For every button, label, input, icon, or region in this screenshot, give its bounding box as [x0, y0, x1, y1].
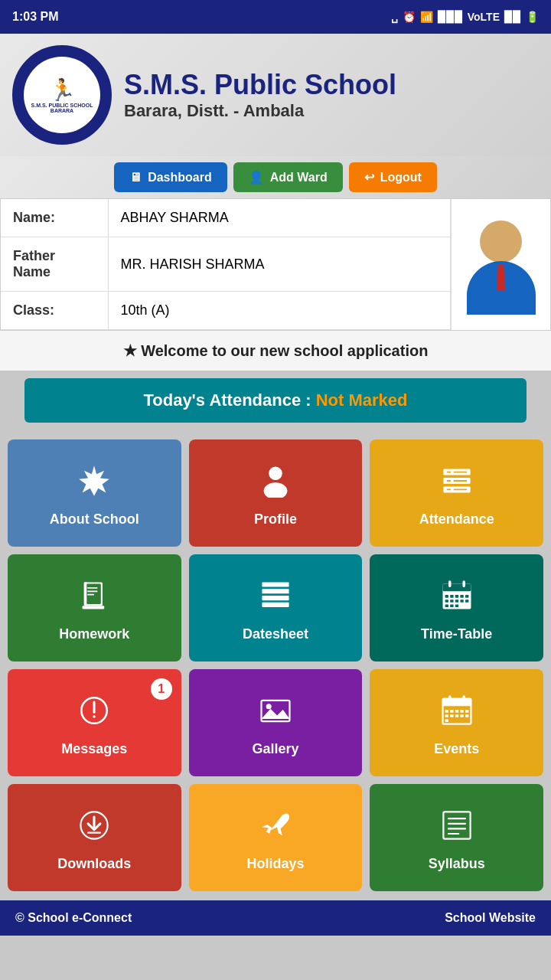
profile-father-row: Father Name MR. HARISH SHARMA — [1, 237, 451, 292]
list-icon — [440, 464, 474, 505]
svg-rect-59 — [460, 714, 463, 717]
profile-name-row: Name: ABHAY SHARMA — [1, 199, 451, 237]
starburst-icon — [77, 464, 111, 505]
attendance-banner: Today's Attendance : Not Marked — [24, 378, 527, 423]
logout-icon: ↩ — [364, 170, 374, 185]
svg-rect-18 — [83, 606, 105, 609]
logout-button[interactable]: ↩ Logout — [349, 162, 437, 192]
footer-website[interactable]: School Website — [445, 911, 536, 925]
svg-rect-15 — [88, 587, 98, 589]
welcome-text: ★ Welcome to our new school application — [123, 342, 429, 359]
svg-rect-31 — [465, 595, 468, 598]
alarm-icon: ⏰ — [403, 11, 416, 23]
status-bar: 1:03 PM ␣ ⏰ 📶 ▉▉▉ VoLTE ▉▉ 🔋 — [0, 0, 551, 34]
svg-rect-7 — [453, 471, 467, 472]
attendance-text: Today's Attendance : Not Marked — [143, 390, 407, 410]
menu-item-holidays[interactable]: Holidays — [189, 784, 363, 891]
logo-text1: S.M.S. PUBLIC SCHOOL — [31, 103, 93, 108]
syllabus-label: Syllabus — [429, 856, 485, 872]
profile-class-row: Class: 10th (A) — [1, 292, 451, 330]
avatar-body — [467, 261, 536, 315]
svg-rect-48 — [442, 698, 471, 706]
menu-item-attendance[interactable]: Attendance — [370, 439, 543, 547]
svg-rect-39 — [455, 604, 458, 607]
menu-item-about[interactable]: About School — [8, 439, 181, 547]
book-icon — [77, 579, 111, 620]
svg-rect-49 — [448, 695, 452, 702]
svg-rect-16 — [88, 590, 98, 592]
svg-rect-28 — [450, 595, 453, 598]
svg-rect-60 — [465, 714, 468, 717]
svg-rect-29 — [455, 595, 458, 598]
name-value: ABHAY SHARMA — [108, 199, 451, 237]
logo-circle: 🏃 S.M.S. PUBLIC SCHOOL BARARA — [12, 45, 112, 145]
menu-item-datesheet[interactable]: Datesheet — [189, 554, 363, 662]
svg-rect-26 — [462, 580, 465, 587]
welcome-banner: ★ Welcome to our new school application — [0, 331, 551, 371]
svg-rect-54 — [460, 710, 463, 713]
menu-item-syllabus[interactable]: Syllabus — [370, 784, 543, 891]
svg-rect-35 — [460, 599, 463, 603]
profile-table: Name: ABHAY SHARMA Father Name MR. HARIS… — [1, 199, 451, 330]
svg-rect-53 — [455, 710, 458, 713]
svg-rect-30 — [460, 595, 463, 598]
svg-rect-9 — [453, 480, 467, 482]
logo-container: 🏃 S.M.S. PUBLIC SCHOOL BARARA — [12, 45, 112, 145]
menu-item-profile[interactable]: Profile — [189, 439, 363, 547]
svg-rect-21 — [262, 596, 289, 600]
menu-item-messages[interactable]: 1 Messages — [8, 669, 181, 776]
add-ward-button[interactable]: 👤 Add Ward — [233, 162, 343, 192]
messages-badge: 1 — [151, 678, 172, 700]
svg-rect-51 — [445, 710, 448, 713]
svg-rect-57 — [450, 714, 453, 717]
svg-rect-38 — [450, 604, 453, 607]
menu-item-homework[interactable]: Homework — [8, 554, 181, 662]
bluetooth-icon: ␣ — [391, 11, 398, 23]
menu-item-downloads[interactable]: Downloads — [8, 784, 181, 891]
svg-rect-32 — [445, 599, 448, 603]
father-value: MR. HARISH SHARMA — [108, 237, 451, 292]
plane-icon — [259, 808, 292, 850]
rows-icon — [259, 579, 292, 620]
svg-rect-36 — [465, 599, 468, 603]
logo-text2: BARARA — [51, 108, 73, 113]
school-subtitle: Barara, Distt. - Ambala — [124, 101, 539, 121]
profile-avatar — [451, 199, 550, 330]
volte-label: VoLTE — [468, 11, 500, 23]
nav-buttons: 🖥 Dashboard 👤 Add Ward ↩ Logout — [0, 156, 551, 198]
menu-item-events[interactable]: Events — [370, 669, 543, 776]
svg-rect-34 — [455, 599, 458, 603]
avatar-tie — [497, 264, 506, 291]
svg-rect-17 — [88, 593, 95, 595]
calendar-icon — [440, 579, 474, 620]
svg-rect-56 — [445, 714, 448, 717]
svg-rect-8 — [446, 480, 450, 482]
dashboard-button[interactable]: 🖥 Dashboard — [114, 162, 227, 192]
homework-label: Homework — [59, 626, 129, 642]
header: 🏃 S.M.S. PUBLIC SCHOOL BARARA S.M.S. Pub… — [0, 34, 551, 156]
menu-item-gallery[interactable]: Gallery — [189, 669, 363, 776]
father-label: Father Name — [1, 237, 108, 292]
holidays-label: Holidays — [246, 856, 304, 872]
svg-point-42 — [93, 715, 96, 718]
events-icon — [440, 694, 474, 735]
class-value: 10th (A) — [108, 292, 451, 330]
list2-icon — [440, 808, 474, 850]
image-icon — [259, 694, 292, 735]
message-icon — [77, 694, 111, 735]
messages-label: Messages — [61, 741, 127, 757]
svg-rect-25 — [448, 580, 452, 587]
status-icons: ␣ ⏰ 📶 ▉▉▉ VoLTE ▉▉ 🔋 — [391, 11, 539, 23]
svg-rect-22 — [262, 602, 289, 606]
menu-item-timetable[interactable]: Time-Table — [370, 554, 543, 662]
svg-rect-55 — [465, 710, 468, 713]
svg-rect-61 — [445, 719, 448, 722]
svg-point-2 — [264, 482, 288, 498]
svg-rect-10 — [446, 488, 450, 490]
svg-point-44 — [266, 704, 272, 709]
signal-icon2: ▉▉ — [504, 11, 521, 23]
class-label: Class: — [1, 292, 108, 330]
add-ward-icon: 👤 — [249, 170, 264, 185]
gallery-label: Gallery — [252, 741, 298, 757]
logo-figure: 🏃 — [49, 77, 76, 103]
